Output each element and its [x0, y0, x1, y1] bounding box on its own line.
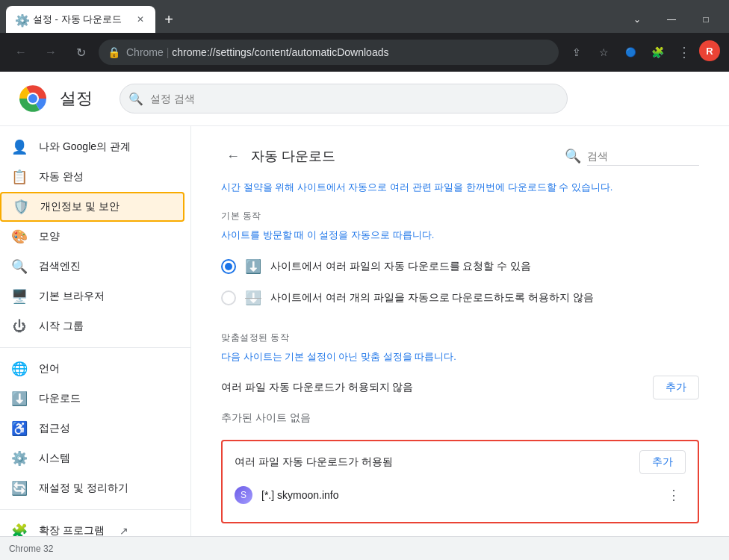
- content-description: 시간 절약을 위해 사이트에서 자동으로 여러 관련 파일을 한꺼번에 다운로드…: [221, 180, 699, 195]
- sidebar-item-downloads[interactable]: ⬇️ 다운로드: [0, 384, 184, 414]
- sidebar-item-startup[interactable]: ⏻ 시작 그룹: [0, 311, 184, 341]
- url-site: Chrome: [126, 46, 164, 58]
- site-row: S [*.] skymoon.info ⋮: [235, 477, 686, 513]
- download-allow-icon: ⬇️: [245, 258, 261, 275]
- sidebar-label-startup: 시작 그룹: [39, 320, 84, 333]
- sidebar-item-browser[interactable]: 🖥️ 기본 브라우저: [0, 281, 184, 311]
- svg-point-2: [28, 94, 37, 103]
- sidebar-item-language[interactable]: 🌐 언어: [0, 354, 184, 384]
- sidebar-divider-1: [0, 347, 190, 348]
- sidebar-label-appearance: 모양: [39, 230, 60, 243]
- content-header: ← 자동 다운로드 🔍: [221, 144, 699, 168]
- external-link-icon: ↗: [120, 525, 128, 536]
- startup-icon: ⏻: [12, 319, 27, 334]
- sidebar-label-autofill: 자동 완성: [39, 170, 84, 184]
- site-more-button[interactable]: ⋮: [662, 483, 686, 507]
- url-display: Chrome | chrome://settings/content/autom…: [126, 46, 550, 58]
- url-bar-input[interactable]: 🔒 Chrome | chrome://settings/content/aut…: [99, 40, 559, 65]
- settings-page-title: 설정: [60, 87, 93, 110]
- radio-deny-option[interactable]: ⬇️ 사이트에서 여러 개의 파일을 자동으로 다운로드하도록 허용하지 않음: [221, 282, 699, 314]
- sidebar-item-autofill[interactable]: 📋 자동 완성: [0, 162, 184, 192]
- accessibility-icon: ♿: [12, 421, 27, 436]
- bookmark-button[interactable]: ⇪: [565, 40, 589, 64]
- site-name: [*.] skymoon.info: [261, 489, 653, 501]
- content-search-wrap: 🔍: [565, 147, 699, 166]
- settings-body: 👤 나와 Google의 관계 📋 자동 완성 🛡️ 개인정보 및 보안 🎨 모…: [0, 126, 729, 536]
- url-path: chrome://settings/content/automaticDownl…: [172, 46, 388, 58]
- search-engine-icon: 🔍: [12, 259, 27, 274]
- radio-deny-circle: [221, 290, 236, 305]
- sidebar-label-profile: 나와 Google의 관계: [39, 140, 131, 154]
- sidebar-item-profile[interactable]: 👤 나와 Google의 관계: [0, 132, 184, 162]
- settings-header: 설정 🔍: [0, 72, 729, 126]
- page-content: 설정 🔍 👤 나와 Google의 관계 📋 자동 완성: [0, 72, 729, 536]
- blocked-add-button[interactable]: 추가: [653, 376, 699, 399]
- blocked-label: 여러 파일 자동 다운로드가 허용되지 않음: [221, 381, 413, 394]
- tab-close-button[interactable]: ✕: [134, 13, 146, 25]
- sidebar-item-accessibility[interactable]: ♿ 접근성: [0, 414, 184, 444]
- url-security-icon: 🔒: [108, 46, 120, 58]
- radio-deny-text: 사이트에서 여러 개의 파일을 자동으로 다운로드하도록 허용하지 않음: [270, 291, 594, 305]
- browser-icon: 🖥️: [12, 289, 27, 304]
- content-search-icon: 🔍: [565, 148, 581, 164]
- active-tab[interactable]: ⚙️ 설정 - 자동 다운로드 ✕: [6, 6, 155, 33]
- sidebar-label-extensions: 확장 프로그램: [39, 524, 105, 536]
- maximize-button[interactable]: □: [689, 9, 723, 30]
- chevron-button[interactable]: ⌄: [620, 9, 654, 30]
- autofill-icon: 📋: [12, 169, 27, 184]
- settings-page: 설정 🔍 👤 나와 Google의 관계 📋 자동 완성: [0, 72, 729, 536]
- tab-title: 설정 - 자동 다운로드: [33, 13, 128, 26]
- refresh-button[interactable]: ↻: [69, 40, 93, 64]
- sidebar-item-reset[interactable]: 🔄 재설정 및 정리하기: [0, 473, 184, 503]
- sidebar-item-system[interactable]: ⚙️ 시스템: [0, 444, 184, 473]
- site-favicon: S: [235, 486, 252, 504]
- url-bar: ← → ↻ 🔒 Chrome | chrome://settings/conte…: [0, 33, 729, 72]
- sidebar-label-browser: 기본 브라우저: [39, 290, 105, 303]
- bottom-bar: Chrome 32: [0, 536, 729, 560]
- downloads-icon: ⬇️: [12, 391, 27, 406]
- account-button[interactable]: 🔵: [618, 40, 642, 64]
- sidebar-label-reset: 재설정 및 정리하기: [39, 482, 128, 495]
- back-button[interactable]: ←: [9, 40, 33, 64]
- content-search-input[interactable]: [587, 147, 699, 166]
- star-button[interactable]: ☆: [592, 40, 615, 64]
- system-icon: ⚙️: [12, 451, 27, 466]
- forward-button[interactable]: →: [39, 40, 63, 64]
- back-button[interactable]: ←: [221, 144, 245, 168]
- allowed-label: 여러 파일 자동 다운로드가 허용됨: [235, 455, 393, 469]
- basic-action-desc: 사이트를 방문할 때 이 설정을 자동으로 따릅니다.: [221, 228, 699, 242]
- radio-allow-circle: [221, 259, 236, 274]
- sidebar-item-extensions[interactable]: 🧩 확장 프로그램 ↗: [0, 516, 184, 536]
- chrome-logo: [18, 84, 48, 113]
- language-icon: 🌐: [12, 361, 27, 376]
- menu-button[interactable]: ⋮: [672, 40, 696, 64]
- sidebar-item-search[interactable]: 🔍 검색엔진: [0, 252, 184, 281]
- settings-search-icon: 🔍: [128, 92, 143, 106]
- new-tab-button[interactable]: +: [158, 9, 179, 30]
- blocked-section: 여러 파일 자동 다운로드가 허용되지 않음 추가 추가된 사이트 없음: [221, 376, 699, 428]
- radio-allow-option[interactable]: ⬇️ 사이트에서 여러 파일의 자동 다운로드를 요청할 수 있음: [221, 251, 699, 282]
- sidebar: 👤 나와 Google의 관계 📋 자동 완성 🛡️ 개인정보 및 보안 🎨 모…: [0, 126, 191, 536]
- radio-allow-text: 사이트에서 여러 파일의 자동 다운로드를 요청할 수 있음: [270, 260, 531, 273]
- sidebar-label-privacy: 개인정보 및 보안: [40, 200, 120, 214]
- extensions-button[interactable]: 🧩: [645, 40, 669, 64]
- custom-action-label: 맞춤설정된 동작: [221, 332, 699, 344]
- browser-frame: ⚙️ 설정 - 자동 다운로드 ✕ + ⌄ — □ ← → ↻ 🔒 Chrome…: [0, 0, 729, 560]
- sidebar-label-search: 검색엔진: [39, 260, 81, 273]
- sidebar-divider-2: [0, 509, 190, 510]
- custom-action-desc: 다음 사이트는 기본 설정이 아닌 맞춤 설정을 따릅니다.: [221, 350, 699, 364]
- profile-avatar[interactable]: R: [699, 40, 720, 61]
- minimize-button[interactable]: —: [654, 9, 689, 30]
- allowed-add-button[interactable]: 추가: [639, 450, 686, 474]
- blocked-header: 여러 파일 자동 다운로드가 허용되지 않음 추가: [221, 376, 699, 399]
- reset-icon: 🔄: [12, 481, 27, 496]
- settings-search-input[interactable]: [120, 84, 568, 113]
- bottom-bar-text: Chrome 32: [9, 544, 53, 554]
- sidebar-label-language: 언어: [39, 362, 60, 376]
- sidebar-item-appearance[interactable]: 🎨 모양: [0, 222, 184, 252]
- no-sites-label: 추가된 사이트 없음: [221, 402, 699, 428]
- url-action-buttons: ⇪ ☆ 🔵 🧩 ⋮ R: [565, 40, 720, 64]
- download-deny-icon: ⬇️: [245, 290, 261, 306]
- sidebar-item-privacy[interactable]: 🛡️ 개인정보 및 보안: [0, 192, 184, 222]
- window-controls: ⌄ — □: [620, 9, 723, 30]
